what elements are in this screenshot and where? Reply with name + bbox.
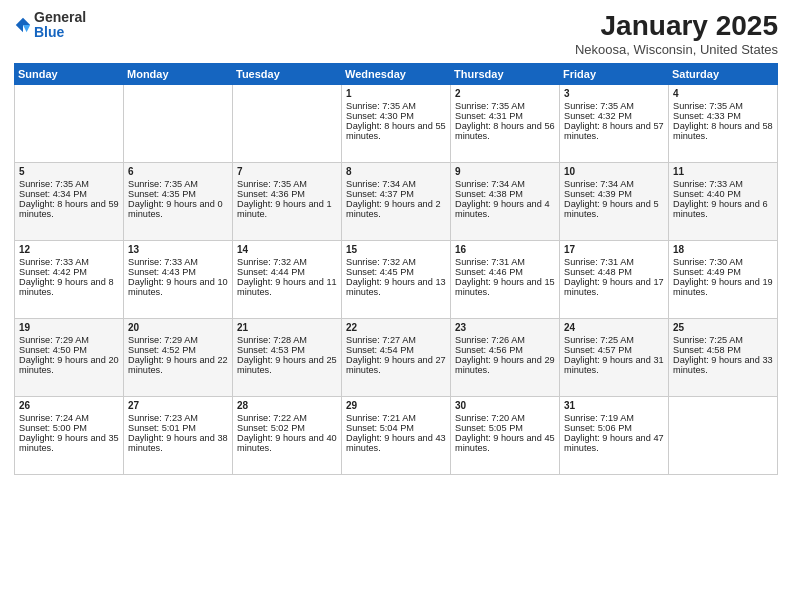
- day-number: 17: [564, 244, 664, 255]
- day-content: Daylight: 9 hours and 11 minutes.: [237, 277, 337, 297]
- day-number: 23: [455, 322, 555, 333]
- day-content: Daylight: 9 hours and 35 minutes.: [19, 433, 119, 453]
- day-content: Sunset: 4:37 PM: [346, 189, 446, 199]
- day-number: 3: [564, 88, 664, 99]
- day-content: Daylight: 9 hours and 10 minutes.: [128, 277, 228, 297]
- day-content: Sunset: 4:48 PM: [564, 267, 664, 277]
- calendar-cell: 12Sunrise: 7:33 AMSunset: 4:42 PMDayligh…: [15, 241, 124, 319]
- day-number: 2: [455, 88, 555, 99]
- day-content: Sunrise: 7:28 AM: [237, 335, 337, 345]
- day-content: Sunset: 4:36 PM: [237, 189, 337, 199]
- calendar-cell: 23Sunrise: 7:26 AMSunset: 4:56 PMDayligh…: [451, 319, 560, 397]
- calendar-cell: 4Sunrise: 7:35 AMSunset: 4:33 PMDaylight…: [669, 85, 778, 163]
- calendar-cell: 5Sunrise: 7:35 AMSunset: 4:34 PMDaylight…: [15, 163, 124, 241]
- day-content: Daylight: 9 hours and 1 minute.: [237, 199, 337, 219]
- day-content: Sunset: 4:31 PM: [455, 111, 555, 121]
- calendar-cell: 28Sunrise: 7:22 AMSunset: 5:02 PMDayligh…: [233, 397, 342, 475]
- day-content: Daylight: 9 hours and 4 minutes.: [455, 199, 555, 219]
- month-title: January 2025: [575, 10, 778, 42]
- day-content: Sunset: 4:49 PM: [673, 267, 773, 277]
- day-content: Sunrise: 7:35 AM: [455, 101, 555, 111]
- day-content: Sunrise: 7:29 AM: [19, 335, 119, 345]
- day-number: 13: [128, 244, 228, 255]
- day-number: 1: [346, 88, 446, 99]
- day-content: Sunset: 4:54 PM: [346, 345, 446, 355]
- day-content: Sunrise: 7:32 AM: [237, 257, 337, 267]
- day-number: 30: [455, 400, 555, 411]
- calendar-week-2: 12Sunrise: 7:33 AMSunset: 4:42 PMDayligh…: [15, 241, 778, 319]
- day-content: Sunset: 4:33 PM: [673, 111, 773, 121]
- calendar-cell: 19Sunrise: 7:29 AMSunset: 4:50 PMDayligh…: [15, 319, 124, 397]
- day-content: Sunrise: 7:33 AM: [19, 257, 119, 267]
- day-content: Daylight: 9 hours and 45 minutes.: [455, 433, 555, 453]
- day-number: 14: [237, 244, 337, 255]
- day-content: Daylight: 8 hours and 57 minutes.: [564, 121, 664, 141]
- day-number: 26: [19, 400, 119, 411]
- day-content: Daylight: 9 hours and 13 minutes.: [346, 277, 446, 297]
- day-content: Daylight: 8 hours and 55 minutes.: [346, 121, 446, 141]
- calendar-cell: 6Sunrise: 7:35 AMSunset: 4:35 PMDaylight…: [124, 163, 233, 241]
- day-content: Sunrise: 7:35 AM: [19, 179, 119, 189]
- location-subtitle: Nekoosa, Wisconsin, United States: [575, 42, 778, 57]
- day-number: 25: [673, 322, 773, 333]
- day-content: Sunset: 4:38 PM: [455, 189, 555, 199]
- day-content: Daylight: 8 hours and 59 minutes.: [19, 199, 119, 219]
- day-content: Sunset: 5:02 PM: [237, 423, 337, 433]
- logo-icon: [14, 16, 32, 34]
- calendar-cell: 17Sunrise: 7:31 AMSunset: 4:48 PMDayligh…: [560, 241, 669, 319]
- day-content: Sunset: 4:45 PM: [346, 267, 446, 277]
- calendar-cell: 2Sunrise: 7:35 AMSunset: 4:31 PMDaylight…: [451, 85, 560, 163]
- day-number: 12: [19, 244, 119, 255]
- day-content: Sunrise: 7:35 AM: [564, 101, 664, 111]
- day-number: 28: [237, 400, 337, 411]
- day-header-saturday: Saturday: [669, 64, 778, 85]
- calendar-cell: 13Sunrise: 7:33 AMSunset: 4:43 PMDayligh…: [124, 241, 233, 319]
- day-content: Daylight: 9 hours and 25 minutes.: [237, 355, 337, 375]
- calendar-cell: 27Sunrise: 7:23 AMSunset: 5:01 PMDayligh…: [124, 397, 233, 475]
- logo-text: General Blue: [34, 10, 86, 41]
- day-content: Sunset: 5:06 PM: [564, 423, 664, 433]
- calendar-week-3: 19Sunrise: 7:29 AMSunset: 4:50 PMDayligh…: [15, 319, 778, 397]
- day-content: Daylight: 8 hours and 56 minutes.: [455, 121, 555, 141]
- day-content: Sunrise: 7:33 AM: [128, 257, 228, 267]
- day-content: Sunset: 5:04 PM: [346, 423, 446, 433]
- calendar-cell: 10Sunrise: 7:34 AMSunset: 4:39 PMDayligh…: [560, 163, 669, 241]
- day-content: Daylight: 9 hours and 2 minutes.: [346, 199, 446, 219]
- day-number: 11: [673, 166, 773, 177]
- calendar-cell: 30Sunrise: 7:20 AMSunset: 5:05 PMDayligh…: [451, 397, 560, 475]
- day-number: 18: [673, 244, 773, 255]
- day-content: Daylight: 9 hours and 8 minutes.: [19, 277, 119, 297]
- header: General Blue January 2025 Nekoosa, Wisco…: [14, 10, 778, 57]
- page: General Blue January 2025 Nekoosa, Wisco…: [0, 0, 792, 612]
- day-header-friday: Friday: [560, 64, 669, 85]
- day-content: Sunrise: 7:19 AM: [564, 413, 664, 423]
- day-content: Sunrise: 7:25 AM: [564, 335, 664, 345]
- day-number: 20: [128, 322, 228, 333]
- calendar-week-4: 26Sunrise: 7:24 AMSunset: 5:00 PMDayligh…: [15, 397, 778, 475]
- day-content: Sunrise: 7:32 AM: [346, 257, 446, 267]
- day-content: Sunset: 4:34 PM: [19, 189, 119, 199]
- day-number: 9: [455, 166, 555, 177]
- calendar-cell: [124, 85, 233, 163]
- calendar-cell: 25Sunrise: 7:25 AMSunset: 4:58 PMDayligh…: [669, 319, 778, 397]
- day-number: 21: [237, 322, 337, 333]
- calendar-cell: 21Sunrise: 7:28 AMSunset: 4:53 PMDayligh…: [233, 319, 342, 397]
- day-number: 10: [564, 166, 664, 177]
- day-content: Sunrise: 7:21 AM: [346, 413, 446, 423]
- day-content: Daylight: 9 hours and 38 minutes.: [128, 433, 228, 453]
- day-content: Sunrise: 7:31 AM: [455, 257, 555, 267]
- calendar-cell: 20Sunrise: 7:29 AMSunset: 4:52 PMDayligh…: [124, 319, 233, 397]
- day-content: Sunset: 4:42 PM: [19, 267, 119, 277]
- day-content: Daylight: 9 hours and 43 minutes.: [346, 433, 446, 453]
- title-area: January 2025 Nekoosa, Wisconsin, United …: [575, 10, 778, 57]
- day-content: Sunrise: 7:29 AM: [128, 335, 228, 345]
- day-content: Daylight: 9 hours and 20 minutes.: [19, 355, 119, 375]
- logo-general: General: [34, 10, 86, 25]
- calendar-cell: 8Sunrise: 7:34 AMSunset: 4:37 PMDaylight…: [342, 163, 451, 241]
- day-content: Sunrise: 7:23 AM: [128, 413, 228, 423]
- day-content: Sunset: 4:30 PM: [346, 111, 446, 121]
- day-content: Sunset: 4:57 PM: [564, 345, 664, 355]
- day-content: Daylight: 9 hours and 31 minutes.: [564, 355, 664, 375]
- day-content: Sunset: 4:58 PM: [673, 345, 773, 355]
- day-content: Sunrise: 7:30 AM: [673, 257, 773, 267]
